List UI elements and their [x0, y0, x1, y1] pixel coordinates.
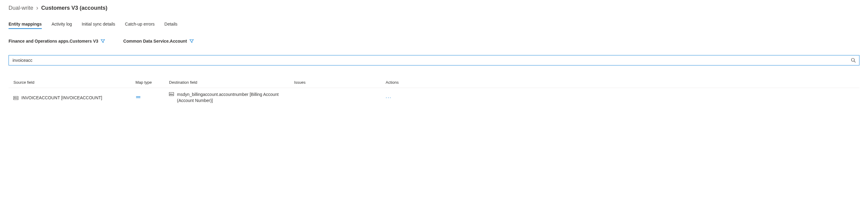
svg-line-1	[854, 61, 856, 63]
filter-destination: Common Data Service.Account	[123, 39, 194, 43]
filter-row: Finance and Operations apps.Customers V3…	[8, 39, 860, 43]
more-actions-icon[interactable]: ···	[385, 95, 392, 100]
breadcrumb-parent[interactable]: Dual-write	[8, 5, 33, 11]
tab-details[interactable]: Details	[164, 20, 178, 29]
filter-destination-label: Common Data Service.Account	[123, 39, 187, 43]
table-header: Source field Map type Destination field …	[8, 77, 860, 88]
header-source[interactable]: Source field	[13, 80, 135, 85]
mapping-table: Source field Map type Destination field …	[8, 77, 860, 107]
equals-maptype-icon[interactable]	[135, 95, 141, 101]
search-icon[interactable]	[851, 58, 856, 63]
search-input[interactable]	[8, 55, 860, 66]
cell-destination: Abc msdyn_billingaccount.accountnumber […	[169, 92, 294, 104]
table-row[interactable]: Abc INVOICEACCOUNT [INVOICEACCOUNT] Abc …	[8, 88, 860, 107]
header-issues[interactable]: Issues	[294, 80, 385, 85]
filter-source-label: Finance and Operations apps.Customers V3	[8, 39, 98, 43]
tab-initial-sync-details[interactable]: Initial sync details	[82, 20, 115, 29]
tab-entity-mappings[interactable]: Entity mappings	[8, 20, 42, 29]
text-field-type-icon: Abc	[13, 96, 18, 100]
header-maptype[interactable]: Map type	[135, 80, 169, 85]
search-wrapper	[8, 55, 860, 66]
chevron-right-icon	[36, 6, 39, 11]
breadcrumb-current: Customers V3 (accounts)	[41, 5, 107, 11]
cell-source: Abc INVOICEACCOUNT [INVOICEACCOUNT]	[13, 95, 135, 100]
header-destination[interactable]: Destination field	[169, 80, 294, 85]
filter-icon[interactable]	[189, 39, 194, 43]
cell-maptype	[135, 95, 169, 101]
cell-actions: ···	[385, 95, 855, 101]
filter-icon[interactable]	[101, 39, 105, 43]
destination-field-text: msdyn_billingaccount.accountnumber [Bill…	[177, 92, 294, 104]
breadcrumb: Dual-write Customers V3 (accounts)	[8, 5, 860, 11]
text-field-type-icon: Abc	[169, 92, 174, 96]
source-field-text: INVOICEACCOUNT [INVOICEACCOUNT]	[21, 95, 102, 100]
tab-activity-log[interactable]: Activity log	[52, 20, 72, 29]
header-actions[interactable]: Actions	[385, 80, 855, 85]
tab-catch-up-errors[interactable]: Catch-up errors	[125, 20, 155, 29]
svg-point-0	[851, 59, 855, 62]
filter-source: Finance and Operations apps.Customers V3	[8, 39, 105, 43]
tabs: Entity mappings Activity log Initial syn…	[8, 20, 860, 29]
